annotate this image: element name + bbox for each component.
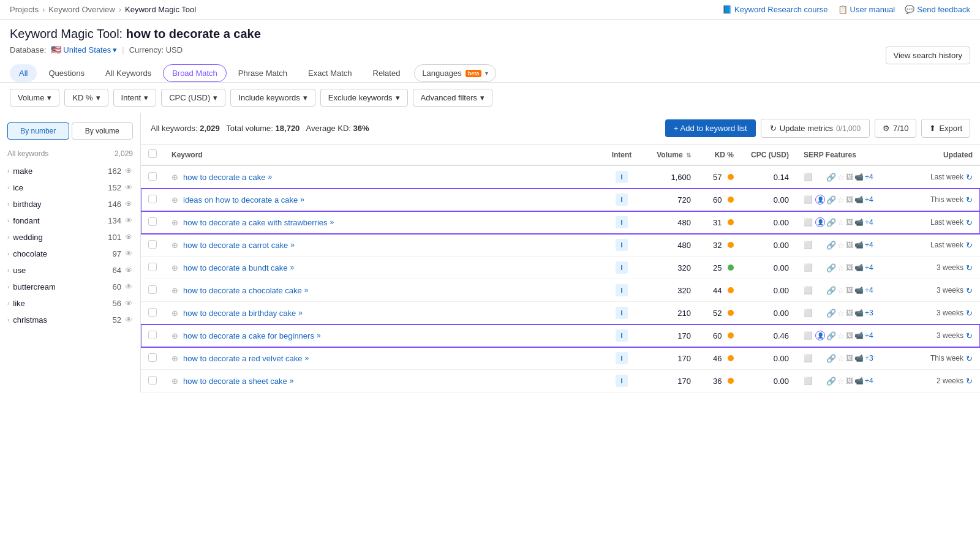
row-serp-cell: ⬜ 🔗 ☆ 🖼 📹 +4 — [796, 257, 907, 279]
eye-icon[interactable]: 👁 — [125, 216, 133, 225]
filter-kd[interactable]: KD % ▾ — [64, 89, 108, 107]
refresh-icon[interactable]: ↻ — [966, 263, 973, 272]
refresh-icon[interactable]: ↻ — [966, 241, 973, 250]
view-history-button[interactable]: View search history — [886, 47, 970, 64]
sidebar-item-ice[interactable]: › ice 152 👁 — [0, 179, 140, 196]
user-manual-link[interactable]: 📋 User manual — [838, 5, 895, 14]
sidebar-item-use[interactable]: › use 64 👁 — [0, 262, 140, 279]
row-checkbox[interactable] — [148, 195, 157, 203]
tab-broad-match[interactable]: Broad Match — [163, 64, 227, 82]
keyword-research-link[interactable]: 📘 Keyword Research course — [722, 5, 827, 14]
row-checkbox[interactable] — [148, 285, 157, 294]
send-feedback-button[interactable]: 💬 Send feedback — [905, 5, 970, 14]
tab-questions[interactable]: Questions — [39, 64, 94, 82]
row-checkbox[interactable] — [148, 217, 157, 226]
eye-icon[interactable]: 👁 — [125, 282, 133, 291]
select-all-checkbox[interactable] — [148, 149, 157, 158]
kd-indicator — [728, 310, 734, 316]
kd-indicator — [728, 174, 734, 180]
row-checkbox[interactable] — [148, 331, 157, 339]
keyword-link[interactable]: ⊕ how to decorate a cake for beginners » — [172, 331, 593, 340]
refresh-icon[interactable]: ↻ — [966, 218, 973, 227]
expand-icon: » — [290, 241, 295, 249]
dropdown-icon: ▾ — [113, 45, 117, 54]
keyword-link[interactable]: ⊕ how to decorate a carrot cake » — [172, 241, 593, 250]
sidebar-scroll[interactable]: › make 162 👁 › ice 152 👁 — [0, 163, 140, 328]
serp-plus-count: +3 — [865, 309, 873, 317]
add-to-keyword-list-button[interactable]: + Add to keyword list — [665, 119, 756, 137]
eye-icon[interactable]: 👁 — [125, 167, 133, 176]
keyword-link[interactable]: ⊕ how to decorate a birthday cake » — [172, 309, 593, 318]
breadcrumb-projects[interactable]: Projects — [10, 5, 39, 14]
filter-include-keywords[interactable]: Include keywords ▾ — [230, 89, 315, 107]
keyword-link[interactable]: ⊕ how to decorate a red velvet cake » — [172, 354, 593, 363]
breadcrumb-keyword-overview[interactable]: Keyword Overview — [48, 5, 115, 14]
tab-all[interactable]: All — [10, 64, 37, 82]
row-cpc-cell: 0.00 — [741, 257, 796, 279]
settings-button[interactable]: ⚙ 7/10 — [875, 119, 916, 138]
refresh-icon[interactable]: ↻ — [966, 331, 973, 340]
sidebar-item-birthday[interactable]: › birthday 146 👁 — [0, 196, 140, 212]
chevron-right-icon: › — [7, 250, 9, 257]
sidebar-item-christmas[interactable]: › christmas 52 👁 — [0, 312, 140, 328]
row-checkbox[interactable] — [148, 308, 157, 317]
refresh-icon[interactable]: ↻ — [966, 286, 973, 295]
row-kd-cell: 57 — [698, 165, 741, 189]
tab-all-keywords[interactable]: All Keywords — [96, 64, 160, 82]
row-checkbox[interactable] — [148, 263, 157, 271]
tab-related[interactable]: Related — [364, 64, 410, 82]
tab-exact-match[interactable]: Exact Match — [299, 64, 361, 82]
refresh-icon[interactable]: ↻ — [966, 173, 973, 182]
filter-intent[interactable]: Intent ▾ — [113, 89, 157, 107]
filter-volume[interactable]: Volume ▾ — [10, 89, 59, 107]
eye-icon[interactable]: 👁 — [125, 233, 133, 242]
refresh-icon[interactable]: ↻ — [966, 195, 973, 205]
update-metrics-button[interactable]: ↻ Update metrics 0/1,000 — [761, 119, 870, 138]
filter-exclude-keywords[interactable]: Exclude keywords ▾ — [320, 89, 408, 107]
sidebar-item-fondant[interactable]: › fondant 134 👁 — [0, 212, 140, 229]
row-volume-cell: 170 — [643, 370, 698, 392]
keyword-link[interactable]: ⊕ how to decorate a sheet cake » — [172, 377, 593, 386]
updated-label: 2 weeks — [937, 377, 963, 385]
export-button[interactable]: ⬆ Export — [921, 119, 970, 138]
filter-cpc[interactable]: CPC (USD) ▾ — [161, 89, 225, 107]
row-checkbox[interactable] — [148, 353, 157, 362]
keyword-link[interactable]: ⊕ how to decorate a cake » — [172, 173, 593, 182]
sidebar-by-number-btn[interactable]: By number — [7, 122, 69, 140]
row-checkbox[interactable] — [148, 172, 157, 181]
sidebar-item-make[interactable]: › make 162 👁 — [0, 163, 140, 179]
eye-icon[interactable]: 👁 — [125, 299, 133, 308]
row-volume-cell: 1,600 — [643, 165, 698, 189]
sidebar-item-chocolate[interactable]: › chocolate 97 👁 — [0, 246, 140, 262]
keyword-link[interactable]: ⊕ how to decorate a bundt cake » — [172, 263, 593, 272]
serp-image-icon: 🖼 — [846, 263, 853, 272]
row-checkbox[interactable] — [148, 240, 157, 249]
th-volume[interactable]: Volume ⇅ — [643, 145, 698, 165]
keyword-link[interactable]: ⊕ ideas on how to decorate a cake » — [172, 195, 593, 205]
eye-icon[interactable]: 👁 — [125, 266, 133, 275]
languages-button[interactable]: Languages beta ▾ — [414, 64, 496, 82]
sidebar-item-buttercream[interactable]: › buttercream 60 👁 — [0, 279, 140, 295]
filter-advanced[interactable]: Advanced filters ▾ — [413, 89, 493, 107]
refresh-icon[interactable]: ↻ — [966, 309, 973, 318]
kd-indicator — [728, 355, 734, 361]
sidebar-item-wedding[interactable]: › wedding 101 👁 — [0, 229, 140, 246]
sidebar-item-like[interactable]: › like 56 👁 — [0, 295, 140, 312]
refresh-icon[interactable]: ↻ — [966, 377, 973, 386]
refresh-icon[interactable]: ↻ — [966, 354, 973, 363]
table-row: ⊕ how to decorate a red velvet cake » I … — [141, 347, 980, 370]
row-checkbox[interactable] — [148, 376, 157, 385]
row-checkbox-cell — [141, 302, 164, 325]
sidebar-by-volume-btn[interactable]: By volume — [72, 122, 134, 140]
eye-icon[interactable]: 👁 — [125, 315, 133, 325]
tab-phrase-match[interactable]: Phrase Match — [229, 64, 296, 82]
row-intent-cell: I — [600, 347, 643, 370]
keyword-link[interactable]: ⊕ how to decorate a cake with strawberri… — [172, 218, 593, 227]
row-keyword-cell: ⊕ how to decorate a cake » — [164, 165, 600, 189]
keyword-link[interactable]: ⊕ how to decorate a chocolate cake » — [172, 286, 593, 295]
serp-video-icon: 📹 — [854, 354, 864, 362]
eye-icon[interactable]: 👁 — [125, 249, 133, 258]
eye-icon[interactable]: 👁 — [125, 183, 133, 192]
eye-icon[interactable]: 👁 — [125, 200, 133, 209]
database-selector[interactable]: 🇺🇸 United States ▾ — [51, 45, 117, 54]
